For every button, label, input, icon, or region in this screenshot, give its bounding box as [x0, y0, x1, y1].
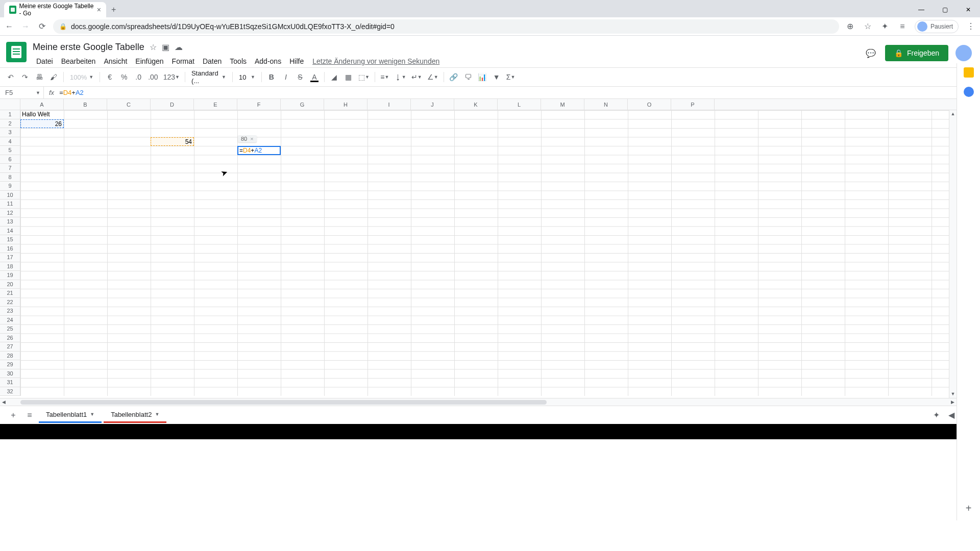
print-button[interactable]: 🖶 — [33, 70, 46, 84]
menu-file[interactable]: Datei — [33, 55, 57, 67]
row-header[interactable]: 21 — [0, 289, 20, 298]
col-header[interactable]: H — [324, 99, 368, 110]
row-header[interactable]: 9 — [0, 182, 20, 191]
menu-edit[interactable]: Bearbeiten — [58, 55, 100, 67]
vertical-scrollbar[interactable]: ▲ ▼ — [949, 110, 957, 398]
account-avatar[interactable] — [955, 45, 972, 61]
text-color-button[interactable]: A — [308, 70, 321, 84]
sheet-tab-menu-icon[interactable]: ▼ — [155, 412, 159, 417]
add-sheet-button[interactable]: + — [6, 408, 20, 422]
row-header[interactable]: 23 — [0, 307, 20, 316]
move-icon[interactable]: ▣ — [162, 42, 169, 52]
menu-format[interactable]: Format — [168, 55, 198, 67]
row-header[interactable]: 4 — [0, 137, 20, 146]
star-icon[interactable]: ☆ — [150, 42, 157, 52]
chart-button[interactable]: 📊 — [476, 70, 489, 84]
col-header[interactable]: N — [584, 99, 628, 110]
row-header[interactable]: 10 — [0, 191, 20, 200]
increase-decimal-button[interactable]: .00 — [146, 70, 160, 84]
number-format-button[interactable]: 123▼ — [161, 70, 182, 84]
col-header[interactable]: J — [411, 99, 454, 110]
all-sheets-button[interactable]: ≡ — [22, 408, 37, 422]
col-header[interactable]: M — [541, 99, 584, 110]
row-header[interactable]: 20 — [0, 280, 20, 289]
currency-button[interactable]: € — [103, 70, 116, 84]
menu-data[interactable]: Daten — [199, 55, 225, 67]
percent-button[interactable]: % — [117, 70, 131, 84]
row-header[interactable]: 7 — [0, 164, 20, 173]
cell-d4-reference-highlight[interactable]: 54 — [151, 137, 194, 146]
row-header[interactable]: 31 — [0, 378, 20, 387]
row-header[interactable]: 26 — [0, 334, 20, 343]
share-button[interactable]: 🔒 Freigeben — [885, 45, 948, 61]
new-tab-button[interactable]: + — [106, 2, 121, 17]
row-header[interactable]: 25 — [0, 324, 20, 334]
back-button[interactable]: ← — [4, 21, 14, 32]
link-button[interactable]: 🔗 — [447, 70, 460, 84]
row-header[interactable]: 2 — [0, 119, 20, 129]
cloud-status-icon[interactable]: ☁ — [175, 42, 183, 52]
font-select[interactable]: Standard (...▼ — [188, 69, 229, 85]
minimize-button[interactable]: — — [910, 2, 933, 17]
sheet-tab-2[interactable]: Tabellenblatt2 ▼ — [104, 408, 166, 421]
col-header[interactable]: G — [281, 99, 324, 110]
row-header[interactable]: 28 — [0, 352, 20, 361]
row-header[interactable]: 16 — [0, 244, 20, 254]
forward-button[interactable]: → — [20, 21, 31, 32]
col-header[interactable]: L — [498, 99, 541, 110]
comment-button[interactable]: 🗨 — [461, 70, 475, 84]
row-header[interactable]: 1 — [0, 110, 20, 119]
paint-format-button[interactable]: 🖌 — [47, 70, 60, 84]
name-box[interactable]: F5▼ — [0, 87, 44, 98]
col-header[interactable]: B — [64, 99, 107, 110]
v-align-button[interactable]: ⭣▼ — [393, 70, 408, 84]
scroll-right-icon[interactable]: ▶ — [949, 399, 957, 405]
sheet-tab-1[interactable]: Tabellenblatt1 ▼ — [39, 408, 102, 421]
close-window-button[interactable]: ✕ — [957, 2, 980, 17]
row-header[interactable]: 3 — [0, 128, 20, 137]
row-header[interactable]: 24 — [0, 316, 20, 325]
borders-button[interactable]: ▦ — [342, 70, 355, 84]
cell-grid[interactable]: Hallo Welt 26 54 80 × =D4+A2 ➤ — [20, 110, 957, 396]
row-header[interactable]: 13 — [0, 217, 20, 227]
explore-button[interactable]: ✦ — [929, 408, 943, 422]
row-header[interactable]: 12 — [0, 209, 20, 218]
row-header[interactable]: 19 — [0, 271, 20, 280]
fill-color-button[interactable]: ◢ — [328, 70, 341, 84]
row-header[interactable]: 17 — [0, 253, 20, 262]
col-header[interactable]: F — [237, 99, 281, 110]
row-header[interactable]: 15 — [0, 235, 20, 244]
functions-button[interactable]: Σ▼ — [504, 70, 518, 84]
menu-help[interactable]: Hilfe — [286, 55, 307, 67]
row-header[interactable]: 32 — [0, 387, 20, 396]
browser-menu-icon[interactable]: ⋮ — [966, 21, 976, 32]
row-header[interactable]: 22 — [0, 298, 20, 307]
menu-view[interactable]: Ansicht — [100, 55, 131, 67]
formula-input[interactable]: =D4+A2 — [59, 89, 84, 97]
col-header[interactable]: P — [671, 99, 715, 110]
keep-icon[interactable] — [964, 67, 974, 78]
reload-button[interactable]: ⟳ — [37, 21, 47, 32]
font-size-select[interactable]: 10▼ — [236, 73, 258, 81]
italic-button[interactable]: I — [279, 70, 292, 84]
sheet-tab-menu-icon[interactable]: ▼ — [90, 412, 94, 417]
row-header[interactable]: 6 — [0, 155, 20, 164]
active-cell-editor[interactable]: =D4+A2 — [237, 146, 281, 155]
bold-button[interactable]: B — [265, 70, 278, 84]
row-header[interactable]: 5 — [0, 146, 20, 155]
cell-a1[interactable]: Hallo Welt — [20, 110, 64, 119]
h-align-button[interactable]: ≡▼ — [378, 70, 391, 84]
row-header[interactable]: 30 — [0, 369, 20, 379]
row-header[interactable]: 18 — [0, 262, 20, 271]
row-header[interactable]: 11 — [0, 199, 20, 209]
zoom-select[interactable]: 100%▼ — [67, 73, 96, 81]
col-header[interactable]: I — [368, 99, 411, 110]
row-header[interactable]: 29 — [0, 360, 20, 369]
scroll-down-icon[interactable]: ▼ — [949, 390, 957, 398]
select-all-corner[interactable] — [0, 99, 20, 110]
document-title[interactable]: Meine erste Google Tabelle — [33, 42, 144, 53]
wrap-button[interactable]: ↵▼ — [409, 70, 424, 84]
menu-tools[interactable]: Tools — [226, 55, 250, 67]
decrease-decimal-button[interactable]: .0 — [132, 70, 145, 84]
filter-button[interactable]: ▼ — [490, 70, 503, 84]
